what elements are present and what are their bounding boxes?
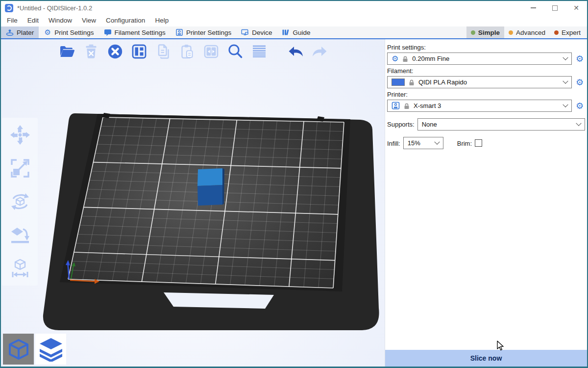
window-title: *Untitled - QIDISlicer-1.0.2 xyxy=(17,4,92,12)
expert-mode-dot-icon xyxy=(554,30,559,35)
mode-expert[interactable]: Expert xyxy=(550,26,585,38)
search-icon xyxy=(226,43,244,60)
open-button[interactable] xyxy=(58,42,76,61)
tab-label: Filament Settings xyxy=(115,29,166,36)
paste-button[interactable] xyxy=(178,42,196,61)
chevron-down-icon xyxy=(434,139,440,144)
redo-button[interactable] xyxy=(310,42,329,61)
app-logo-icon xyxy=(5,4,13,12)
print-settings-label: Print settings: xyxy=(387,44,585,51)
tab-label: Guide xyxy=(293,29,310,36)
print-settings-combo[interactable]: ⚙ 0.20mm Fine xyxy=(387,53,572,65)
brim-checkbox[interactable] xyxy=(475,139,482,147)
lock-icon xyxy=(404,103,410,109)
menu-view[interactable]: View xyxy=(77,15,101,26)
case-handle-cutout xyxy=(164,292,274,309)
move-icon xyxy=(9,124,31,146)
mode-label: Advanced xyxy=(516,29,545,36)
gizmo-toolbar xyxy=(2,118,38,286)
minimize-button[interactable] xyxy=(522,1,544,15)
supports-combo[interactable]: None xyxy=(417,118,585,131)
place-on-face-icon xyxy=(9,224,31,246)
tab-bar: Plater ⚙ Print Settings Filament Setting… xyxy=(1,26,587,39)
filament-color-swatch xyxy=(392,79,405,86)
mode-simple[interactable]: Simple xyxy=(466,26,504,38)
simple-mode-dot-icon xyxy=(471,30,475,35)
split-icon xyxy=(202,43,220,60)
menu-help[interactable]: Help xyxy=(150,15,173,26)
mode-advanced[interactable]: Advanced xyxy=(504,26,550,38)
filament-value: QIDI PLA Rapido xyxy=(418,79,560,86)
move-button[interactable] xyxy=(9,124,31,146)
lock-icon xyxy=(409,79,415,86)
mode-label: Simple xyxy=(478,29,500,36)
mode-label: Expert xyxy=(562,29,581,36)
tab-label: Plater xyxy=(17,29,34,36)
scale-button[interactable] xyxy=(9,157,31,180)
printer-gear-button[interactable]: ⚙ xyxy=(574,102,585,110)
undo-arrow-icon xyxy=(287,43,305,60)
lock-icon xyxy=(402,55,408,62)
menu-edit[interactable]: Edit xyxy=(23,15,44,26)
guide-icon xyxy=(282,28,290,36)
tab-plater[interactable]: Plater xyxy=(1,26,39,38)
close-button[interactable]: ✕ xyxy=(565,1,587,15)
variable-layer-height-button[interactable] xyxy=(250,42,269,61)
menu-configuration[interactable]: Configuration xyxy=(101,15,150,26)
arrange-button[interactable] xyxy=(130,42,148,61)
filament-combo[interactable]: QIDI PLA Rapido xyxy=(387,76,572,88)
print-settings-value: 0.20mm Fine xyxy=(412,55,560,62)
tab-printer-settings[interactable]: Printer Settings xyxy=(171,26,236,38)
tab-filament-settings[interactable]: Filament Settings xyxy=(99,26,171,38)
editor-view-button[interactable] xyxy=(3,334,34,365)
place-on-face-button[interactable] xyxy=(9,224,31,246)
filament-gear-button[interactable]: ⚙ xyxy=(574,78,585,87)
view-toggles xyxy=(3,334,66,365)
infill-combo[interactable]: 15% xyxy=(403,137,443,149)
tab-device[interactable]: Device xyxy=(236,26,277,38)
redo-arrow-icon xyxy=(311,43,328,60)
advanced-mode-dot-icon xyxy=(509,30,513,35)
delete-all-button[interactable] xyxy=(106,42,124,61)
search-button[interactable] xyxy=(226,42,245,61)
rotate-button[interactable] xyxy=(9,190,31,213)
trash-icon xyxy=(82,43,100,60)
maximize-button[interactable] xyxy=(544,1,565,15)
device-icon xyxy=(241,28,249,36)
menu-file[interactable]: File xyxy=(2,15,23,26)
cube-view-icon xyxy=(7,338,30,361)
rotate-icon xyxy=(9,191,31,212)
slice-now-button[interactable]: Slice now xyxy=(385,350,587,367)
tab-print-settings[interactable]: ⚙ Print Settings xyxy=(39,26,98,38)
paste-icon xyxy=(178,43,196,60)
infill-value: 15% xyxy=(408,139,431,147)
printer-bed-scene xyxy=(1,39,385,368)
measure-button[interactable] xyxy=(9,257,31,280)
preview-view-button[interactable] xyxy=(35,334,66,365)
viewport-3d[interactable] xyxy=(1,39,385,367)
layers-view-icon xyxy=(39,337,63,362)
title-bar: *Untitled - QIDISlicer-1.0.2 ✕ xyxy=(1,1,587,15)
infill-label: Infill: xyxy=(387,140,400,147)
split-button[interactable] xyxy=(202,42,220,61)
print-settings-gear-button[interactable]: ⚙ xyxy=(574,54,585,63)
undo-button[interactable] xyxy=(287,42,305,61)
printer-combo[interactable]: X-smart 3 xyxy=(387,100,572,112)
menu-window[interactable]: Window xyxy=(44,15,77,26)
tab-label: Device xyxy=(252,29,272,36)
printer-label: Printer: xyxy=(387,91,585,98)
arrange-icon xyxy=(130,43,148,60)
brim-label: Brim: xyxy=(457,140,472,147)
printer-icon xyxy=(175,28,183,36)
menu-bar: File Edit Window View Configuration Help xyxy=(1,15,587,26)
supports-value: None xyxy=(422,121,573,128)
gear-icon: ⚙ xyxy=(392,55,398,63)
filament-label: Filament: xyxy=(387,67,585,75)
filament-icon xyxy=(104,28,112,36)
tab-guide[interactable]: Guide xyxy=(277,26,315,38)
tab-label: Print Settings xyxy=(54,29,94,36)
printer-icon xyxy=(392,102,400,110)
open-folder-icon xyxy=(58,43,76,60)
copy-button[interactable] xyxy=(154,42,172,61)
delete-button[interactable] xyxy=(82,42,100,61)
